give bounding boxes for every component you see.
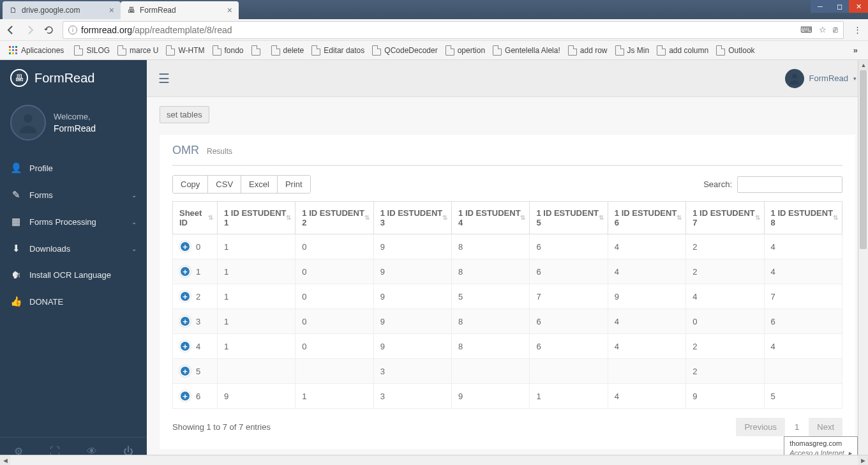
table-cell: 6: [530, 309, 608, 334]
table-cell: 6: [530, 259, 608, 284]
user-icon: 👤: [10, 162, 22, 174]
column-header[interactable]: 1 ID ESTUDENT 3⇅: [373, 202, 451, 234]
browser-tab[interactable]: 🖶 FormRead ×: [121, 1, 239, 19]
close-icon[interactable]: ×: [109, 5, 114, 15]
bookmark-item[interactable]: SILOG: [70, 43, 114, 58]
bookmark-item[interactable]: add column: [653, 43, 712, 58]
sidebar-item-forms[interactable]: ✎Forms⌄: [0, 181, 147, 208]
window-maximize[interactable]: ◻: [830, 0, 849, 13]
user-menu[interactable]: FormRead ▾: [785, 69, 857, 88]
sidebar-item-downloads[interactable]: ⬇Downloads⌄: [0, 235, 147, 262]
column-header[interactable]: 1 ID ESTUDENT 1⇅: [217, 202, 295, 234]
bookmark-item[interactable]: QCodeDecoder: [368, 43, 441, 58]
bookmark-item[interactable]: add row: [564, 43, 611, 58]
apps-button[interactable]: Aplicaciones: [5, 43, 68, 57]
table-cell: 1: [217, 309, 295, 334]
column-header[interactable]: 1 ID ESTUDENT 6⇅: [608, 202, 685, 234]
bookmark-item[interactable]: opertion: [442, 43, 489, 58]
table-cell: 0: [296, 284, 373, 309]
search-input[interactable]: [737, 176, 842, 193]
bookmark-item[interactable]: Outlook: [712, 43, 758, 58]
menu-toggle[interactable]: ☰: [158, 71, 170, 86]
brand[interactable]: 🖶 FormRead: [0, 60, 147, 96]
table-cell: 8: [452, 234, 530, 259]
prev-button[interactable]: Previous: [736, 418, 785, 436]
excel-button[interactable]: Excel: [241, 176, 278, 193]
table-cell: +2: [173, 284, 218, 309]
welcome-text: Welcome,: [54, 112, 96, 121]
bookmark-item[interactable]: delete: [267, 43, 308, 58]
column-header[interactable]: 1 ID ESTUDENT 4⇅: [452, 202, 530, 234]
expand-button[interactable]: +: [179, 266, 191, 277]
bookmark-item[interactable]: Editar datos: [308, 43, 368, 58]
table-cell: 8: [452, 309, 530, 334]
csv-button[interactable]: CSV: [208, 176, 241, 193]
bookmark-item[interactable]: Js Min: [611, 43, 654, 58]
page-icon: [251, 45, 260, 56]
sidebar-item-forms-processing[interactable]: ▦Forms Processing⌄: [0, 208, 147, 235]
bookmark-item[interactable]: W-HTM: [162, 43, 208, 58]
lang-icon: 🗣: [10, 270, 22, 280]
expand-button[interactable]: +: [179, 241, 191, 252]
page-icon: [372, 45, 381, 56]
vertical-scrollbar[interactable]: ▲: [858, 60, 868, 455]
sidebar-item-donate[interactable]: 👍DONATE: [0, 288, 147, 315]
table-cell: 9: [686, 384, 764, 409]
column-header[interactable]: Sheet ID⇅: [173, 202, 218, 234]
tab-title: FormRead: [140, 6, 176, 15]
table-cell: 4: [608, 334, 685, 359]
apps-icon: [9, 46, 18, 55]
forward-button[interactable]: [24, 24, 36, 36]
table-cell: 1: [296, 384, 373, 409]
close-icon[interactable]: ×: [227, 5, 232, 15]
table-cell: 7: [764, 284, 842, 309]
bookmark-item[interactable]: fondo: [209, 43, 248, 58]
bookmark-item[interactable]: marce U: [114, 43, 162, 58]
bookmarks-overflow[interactable]: »: [848, 45, 863, 55]
table-cell: 6: [530, 334, 608, 359]
expand-button[interactable]: +: [179, 365, 191, 377]
table-cell: 6: [530, 234, 608, 259]
column-header[interactable]: 1 ID ESTUDENT 7⇅: [686, 202, 764, 234]
page-icon: [445, 45, 454, 56]
print-icon: 🖶: [10, 69, 28, 87]
url-input[interactable]: i formread.org/app/readtemplate/8/read ⌨…: [63, 21, 844, 39]
avatar: [785, 69, 804, 88]
bookmark-item[interactable]: Gentelella Alela!: [489, 43, 564, 58]
expand-button[interactable]: +: [179, 390, 191, 402]
copy-button[interactable]: Copy: [173, 176, 208, 193]
page-icon: [74, 45, 83, 56]
cast-icon[interactable]: ⎚: [833, 25, 838, 34]
column-header[interactable]: 1 ID ESTUDENT 5⇅: [530, 202, 608, 234]
sidebar-item-install-ocr-language[interactable]: 🗣Install OCR Language: [0, 262, 147, 288]
table-cell: 4: [608, 234, 685, 259]
bookmark-item[interactable]: [248, 43, 267, 58]
set-tables-button[interactable]: set tables: [160, 106, 209, 123]
back-button[interactable]: [5, 24, 17, 36]
tab-title: drive.google.com: [22, 6, 80, 15]
expand-button[interactable]: +: [179, 291, 191, 302]
window-close[interactable]: ✕: [849, 0, 868, 13]
star-icon[interactable]: ☆: [819, 25, 827, 34]
translate-icon[interactable]: ⌨: [800, 25, 812, 34]
grid-icon: ▦: [10, 216, 22, 227]
sidebar-item-profile[interactable]: 👤Profile: [0, 155, 147, 181]
expand-button[interactable]: +: [179, 340, 191, 352]
expand-button[interactable]: +: [179, 316, 191, 327]
menu-button[interactable]: ⋮: [851, 24, 863, 36]
sort-icon: ⇅: [364, 216, 370, 220]
table-cell: 5: [452, 284, 530, 309]
reload-button[interactable]: [43, 24, 55, 36]
bookmarks-bar: Aplicaciones SILOGmarce UW-HTMfondodelet…: [0, 41, 868, 60]
horizontal-scrollbar[interactable]: ◀ ▶: [0, 455, 868, 465]
browser-tab[interactable]: 🗋 drive.google.com ×: [3, 1, 121, 19]
sidebar: 🖶 FormRead Welcome, FormRead 👤Profile✎Fo…: [0, 60, 147, 465]
column-header[interactable]: 1 ID ESTUDENT 8⇅: [764, 202, 842, 234]
site-info-icon[interactable]: i: [68, 26, 77, 34]
column-header[interactable]: 1 ID ESTUDENT 2⇅: [296, 202, 373, 234]
table-cell: 9: [373, 259, 451, 284]
print-button[interactable]: Print: [278, 176, 310, 193]
page-number[interactable]: 1: [786, 418, 807, 436]
next-button[interactable]: Next: [809, 418, 842, 436]
window-minimize[interactable]: ─: [811, 0, 830, 13]
